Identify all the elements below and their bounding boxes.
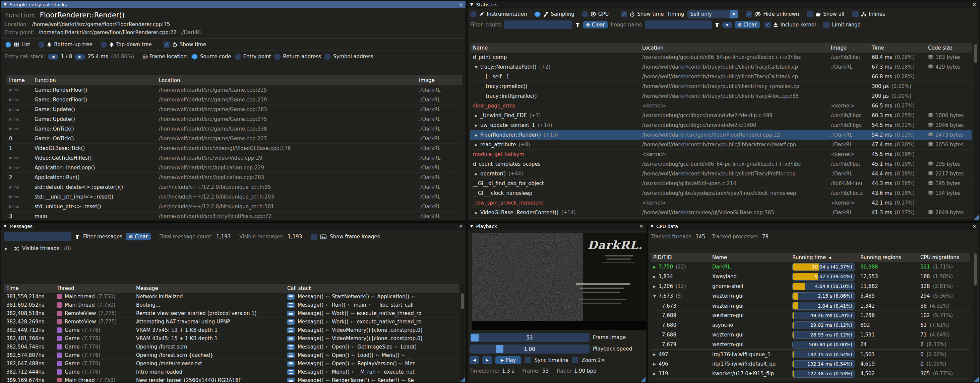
table-row[interactable]: inlineVideo::GetTicksHiRes()/home/wolf/d… — [6, 154, 462, 163]
zoom-2x-checkbox[interactable] — [572, 357, 578, 363]
image-filter-dropdown[interactable]: ▼ — [722, 22, 732, 28]
call-stack-icon[interactable] — [287, 353, 294, 358]
call-stack-icon[interactable] — [287, 344, 294, 350]
expand-icon[interactable]: ▶ — [475, 172, 480, 176]
next-call-stack-button[interactable]: ▶ — [75, 54, 84, 60]
table-row[interactable]: d_print_comp/usr/src/debug/gcc-build/x86… — [470, 52, 972, 62]
cpu-row[interactable]: ▶496irq/175-iwlwifi:default_qu132.14 ms … — [651, 359, 970, 369]
table-row[interactable]: inlineApplication::InnerLoop()/home/wolf… — [6, 163, 462, 173]
message-row[interactable]: 381,692,052nsMain thread(7,750)Booting..… — [4, 301, 459, 309]
call-stack-icon[interactable] — [287, 361, 294, 367]
cpu-row[interactable]: ▶119kworker/u17:0+i915_flip127.48 ms (0.… — [651, 369, 970, 379]
message-row[interactable]: 382,481,766nsGame(7,776)VRAM 43x45: 15 +… — [4, 334, 459, 343]
table-row[interactable]: [ - self - ]/home/wolf/darkrl/contrib/tr… — [470, 72, 972, 82]
call-stack-icon[interactable] — [287, 328, 294, 333]
message-filter-input[interactable] — [4, 232, 72, 241]
column-header[interactable]: Time — [869, 44, 925, 52]
collapse-icon[interactable]: ▼ — [4, 2, 6, 7]
show-time-toggle[interactable]: ✓Show time — [616, 11, 663, 17]
table-row[interactable]: inlineGame::Update()/home/wolf/darkrl/sr… — [6, 105, 462, 114]
sync-timeline-checkbox[interactable] — [525, 357, 531, 363]
cpu-row[interactable]: 7,689wezterm-gui49.46 ms (0.20%)1,786102… — [651, 311, 970, 320]
message-row[interactable]: 382,428,269nsRemoteView(7,775)Attempting… — [4, 318, 459, 326]
limit-range-toggle[interactable]: Limit range — [823, 22, 861, 28]
cpu-data-titlebar[interactable]: ▼ CPU data ✕ — [648, 223, 979, 230]
message-row[interactable]: 382,647,488nsGame(7,776)Opening /meta/re… — [4, 359, 459, 368]
cpu-row[interactable]: ▶7,750(22)DarkRL10.04 s (41.37%)30,38852… — [651, 262, 970, 272]
cpu-table-header[interactable]: PID/TIDNameRunning time ▼Running regions… — [651, 253, 970, 262]
table-row[interactable]: ▶uw_update_context_1(+14)/usr/src/debug/… — [470, 120, 972, 130]
expand-icon[interactable]: ▶ — [653, 362, 659, 366]
expand-icon[interactable]: ▶ — [475, 143, 480, 147]
close-icon[interactable]: ✕ — [459, 224, 463, 229]
stat-mode-radio[interactable] — [470, 11, 477, 17]
table-row[interactable]: tracy::InitRpmalloc()/home/wolf/darkrl/c… — [470, 92, 972, 101]
table-row[interactable]: __GI__dl_find_dso_for_object/usr/src/deb… — [470, 179, 972, 188]
cpu-row[interactable]: 7,680async-io29.02 ms (0.12%)80261(7.61%… — [651, 320, 970, 330]
call-stack-icon[interactable] — [287, 302, 294, 308]
slider-thumb[interactable] — [471, 334, 479, 342]
messages-table-header[interactable]: TimeThreadMessageCall stack — [4, 284, 459, 293]
next-frame-button[interactable]: ▶ — [482, 356, 492, 364]
expand-icon[interactable]: ▶ — [475, 123, 480, 127]
column-header[interactable]: Location — [640, 44, 828, 52]
message-row[interactable]: 382,574,807nsGame(7,776)Opening /forest.… — [4, 351, 459, 359]
table-row[interactable]: clear_page_erms<kernel><kernel>66.5 ms(0… — [470, 101, 972, 111]
table-row[interactable]: ▶read_attribute(+8)/home/wolf/darkrl/con… — [470, 140, 972, 150]
frame-location-option[interactable]: Entry point — [235, 54, 271, 60]
table-row[interactable]: 0Game::OnTick()/home/wolf/darkrl/src/gam… — [6, 134, 462, 144]
timing-select[interactable]: Self only▼ — [687, 10, 738, 18]
expand-icon[interactable]: ▶ — [475, 114, 480, 117]
include-kernel-checkbox[interactable]: ✓ — [765, 22, 771, 28]
close-icon[interactable]: ✕ — [459, 2, 463, 7]
clear-image-filter-button[interactable]: ⊗Clear — [735, 21, 760, 28]
view-mode-bottom-up-tree[interactable]: Bottom-up tree — [38, 41, 92, 48]
message-row[interactable]: 389,169,674nsMain thread(7,750)New rende… — [4, 376, 459, 382]
expand-icon[interactable]: ▶ — [653, 372, 659, 376]
cpu-row[interactable]: 7,688wezterm-gui28.93 ms (0.12%)1,53171(… — [651, 330, 970, 340]
statistics-table-header[interactable]: NameLocationImageTimeCode size — [470, 43, 972, 52]
call-stack-icon[interactable] — [287, 319, 294, 325]
table-row[interactable]: ▶operator()(+44)/home/wolf/darkrl/contri… — [470, 169, 972, 179]
resize-grip[interactable] — [641, 377, 646, 381]
table-row[interactable]: inlineGame::RenderFloor()/home/wolf/dark… — [6, 85, 462, 95]
cpu-scrollbar[interactable] — [973, 253, 977, 379]
frame-location-radio[interactable] — [325, 54, 331, 60]
table-row[interactable]: 2Application::Run()/home/wolf/darkrl/src… — [6, 173, 462, 182]
filter-results-input[interactable] — [504, 21, 573, 29]
collapse-icon[interactable]: ▼ — [4, 224, 6, 228]
call-stack-icon[interactable] — [287, 369, 294, 375]
playback-titlebar[interactable]: ▼ Playback ✕ — [468, 223, 646, 230]
column-header[interactable]: Time — [4, 284, 54, 293]
view-mode-radio[interactable] — [5, 41, 11, 48]
message-row[interactable]: 382,408,518nsRemoteView(7,775)Remote vie… — [4, 309, 459, 318]
expand-icon[interactable]: ▶ — [653, 353, 659, 356]
table-row[interactable]: ▶_Unwind_Find_FDE(+7)/usr/src/debug/gcc/… — [470, 111, 972, 120]
table-row[interactable]: inlineGame::OnTick()/home/wolf/darkrl/sr… — [6, 124, 462, 134]
frame-location-radio[interactable] — [274, 54, 280, 60]
table-row[interactable]: ▶FloorRenderer::Render()(+13)/home/wolf/… — [470, 130, 972, 140]
column-header[interactable]: Function — [32, 76, 156, 85]
column-header[interactable]: Thread — [54, 284, 134, 293]
table-row[interactable]: tracy::rpmalloc()/home/wolf/darkrl/contr… — [470, 82, 972, 92]
view-mode-radio[interactable] — [100, 41, 107, 48]
table-row[interactable]: module_get_kallsym<kernel><kernel>45.5 m… — [470, 150, 972, 159]
table-row[interactable]: ▶VideoGLBase::RenderContent()(+14)/home/… — [470, 208, 972, 218]
cpu-row[interactable]: ▶1,834Xwayland9.57 s (39.44%)12,553188(1… — [651, 272, 970, 282]
slider-thumb[interactable] — [496, 345, 503, 353]
call-stack-icon[interactable] — [287, 311, 294, 317]
expand-icon[interactable]: ▼ — [475, 65, 480, 69]
hide-unknown-checkbox[interactable]: ✓ — [746, 11, 752, 17]
inlines-toggle[interactable]: Inlines — [852, 11, 885, 17]
frame-location-radio[interactable] — [191, 54, 198, 60]
inlines-checkbox[interactable] — [852, 11, 859, 17]
column-header[interactable]: Running regions — [858, 253, 918, 262]
statistics-titlebar[interactable]: ▼ Statistics ✕ — [468, 1, 979, 8]
chevron-down-icon[interactable]: ▼ — [730, 10, 738, 18]
limit-range-checkbox[interactable] — [823, 22, 829, 28]
column-header[interactable]: Name — [710, 253, 790, 262]
image-name-input[interactable] — [645, 21, 712, 29]
message-row[interactable]: 382,712,444nsGame(7,776)Intro menu loade… — [4, 368, 459, 376]
close-icon[interactable]: ✕ — [972, 224, 976, 229]
table-row[interactable]: inlinestd::__uniq_ptr_impl<>::reset()/us… — [6, 192, 462, 202]
